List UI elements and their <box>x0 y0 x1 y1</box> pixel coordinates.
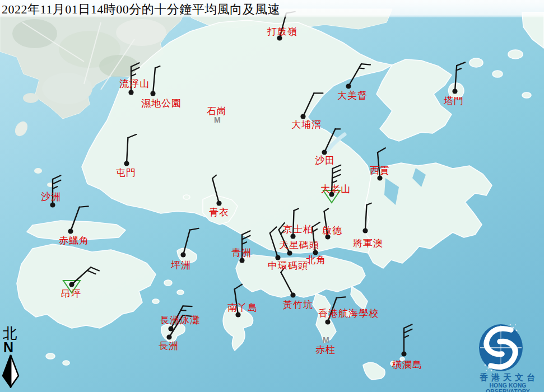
wind-barb-staff <box>127 138 128 164</box>
station-dot <box>362 228 368 233</box>
station-dot <box>290 292 295 297</box>
station-dot <box>239 258 244 263</box>
station-label: 沙田 <box>315 156 335 166</box>
station-label: 赤鱲角 <box>59 236 89 246</box>
wind-barb-feather <box>91 267 99 270</box>
wind-barb-feather <box>155 66 160 68</box>
station-label: 屯門 <box>116 168 136 178</box>
station-marker <box>452 62 465 94</box>
station-label: 大美督 <box>337 91 368 101</box>
wind-barb-feather <box>131 63 140 67</box>
wind-barb-feather <box>294 209 299 211</box>
station-label: 大埔滘 <box>291 120 322 130</box>
station-label: 西貢 <box>370 166 390 176</box>
wind-barb-feather <box>313 229 317 232</box>
station-label: 青洲 <box>231 248 252 258</box>
station-label: 將軍澳 <box>353 239 383 249</box>
station-dot <box>325 319 330 324</box>
wind-barb-feather <box>366 203 371 205</box>
wind-barb-staff <box>303 93 314 116</box>
hko-logo: 香港天文台 HONG KONG OBSERVATORY <box>471 315 544 392</box>
wind-barb-staff <box>183 230 190 255</box>
wind-barb-feather <box>212 175 216 179</box>
station-label: 橫瀾島 <box>392 360 422 370</box>
station-label: 大老山 <box>320 184 351 194</box>
wind-barb-feather <box>270 227 277 233</box>
wind-barb-staff <box>455 66 457 91</box>
wind-barb-feather <box>80 206 89 207</box>
wind-barb-feather <box>183 306 192 306</box>
station-label: 塔門 <box>444 96 464 106</box>
wind-barb-feather <box>242 242 247 244</box>
wind-barb-staff <box>212 179 219 203</box>
station-dot <box>50 202 55 207</box>
wind-barb-feather <box>359 68 364 69</box>
wind-barb-feather <box>324 209 329 212</box>
station-dot <box>346 83 351 88</box>
wind-barb-feather <box>53 186 57 189</box>
station-dot <box>68 228 73 234</box>
station-label: 昂坪 <box>61 289 81 299</box>
wind-barb-staff <box>365 205 366 231</box>
wind-barb-feather <box>332 170 341 173</box>
station-label: 長洲 <box>159 341 179 351</box>
station-dot <box>128 90 133 95</box>
station-label: 赤柱 <box>315 345 336 355</box>
hko-logo-english-name: HONG KONG OBSERVATORY <box>470 382 544 392</box>
wind-barb-feather <box>332 175 341 178</box>
north-letter-label: N <box>3 341 24 354</box>
met-station-m-marker: M <box>214 116 221 124</box>
wind-barb-feather <box>131 74 136 76</box>
station-label: 中環碼頭 <box>268 261 308 271</box>
met-station-m-marker: M <box>323 336 329 344</box>
wind-barb-feather <box>242 236 250 240</box>
wind-barb-staff <box>281 272 293 295</box>
station-dot <box>300 114 305 119</box>
station-marker <box>346 64 370 88</box>
wind-barb-feather <box>404 329 412 333</box>
station-marker <box>212 175 222 206</box>
station-label: 天星碼頭 <box>279 240 319 250</box>
station-label: 南丫島 <box>227 303 258 313</box>
station-label: 青衣 <box>209 208 229 218</box>
wind-map-page: 打鼓嶺流浮山濕地公園M石崗大美督塔門大埔滘沙田屯門西貢沙洲大老山青衣赤鱲角京士柏… <box>0 0 544 392</box>
station-dot <box>216 200 221 206</box>
hko-logo-chinese-name: 香港天文台 <box>471 373 544 381</box>
station-label: 石崗 <box>207 106 227 116</box>
wind-barb-feather <box>457 62 465 66</box>
station-label: 沙洲 <box>41 192 61 202</box>
station-label: 京士柏 <box>283 225 313 235</box>
wind-barb-feather <box>242 231 250 235</box>
hko-logo-icon <box>471 315 544 372</box>
station-dot <box>452 88 457 94</box>
wind-barb-staff <box>270 233 278 258</box>
wind-barb-feather <box>190 228 199 230</box>
station-label: 黃竹坑 <box>283 300 313 310</box>
wind-barb-feather <box>404 335 408 338</box>
station-marker <box>281 268 295 297</box>
wind-barb-feather <box>128 134 136 138</box>
station-label: 流浮山 <box>119 79 150 89</box>
station-dot <box>180 252 185 257</box>
station-marker <box>401 324 412 356</box>
wind-barb-staff <box>348 64 361 86</box>
map-title: 2022年11月01日14時00分的十分鐘平均風向及風速 <box>2 1 280 18</box>
stations-layer <box>0 0 544 392</box>
wind-barb-staff <box>71 207 80 231</box>
station-label: 長洲泳灘 <box>160 315 200 325</box>
station-dot <box>150 91 155 96</box>
station-label: 北角 <box>306 255 326 265</box>
station-label: 啟德 <box>322 226 342 236</box>
station-marker <box>150 66 160 96</box>
station-dot <box>287 250 292 255</box>
station-label: 打鼓嶺 <box>267 27 297 37</box>
station-dot <box>377 175 382 180</box>
station-marker <box>362 203 371 234</box>
wind-barb-feather <box>361 64 370 64</box>
wind-barb-feather <box>337 297 346 297</box>
north-indicator: 北 N <box>1 326 24 388</box>
station-marker <box>124 134 136 166</box>
wind-barb-feather <box>53 175 61 179</box>
wind-barb-staff <box>153 68 155 94</box>
station-dot <box>69 282 74 287</box>
